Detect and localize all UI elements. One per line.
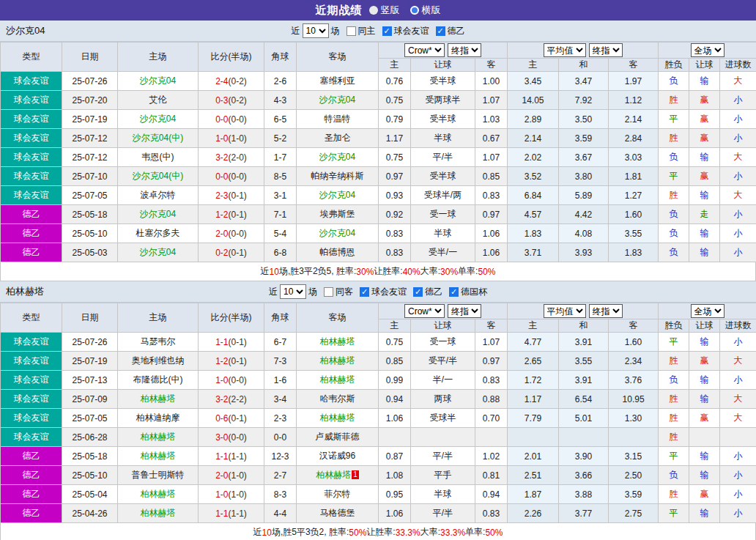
handicap-home-odds: 0.75 xyxy=(379,333,411,352)
odds-stage-select[interactable]: 终指 xyxy=(448,43,481,57)
score-cell: 2-0(0-0) xyxy=(199,224,264,243)
average-select[interactable]: 平均值 xyxy=(544,304,586,318)
summary-text: 单率: xyxy=(458,265,478,278)
section-header: 沙尔克04近10场同主✓球会友谊✓德乙 xyxy=(0,21,756,42)
unchecked-checkbox[interactable] xyxy=(324,287,333,297)
radio-vertical-layout[interactable]: 竖版 xyxy=(369,4,400,17)
odds-stage-select[interactable]: 终指 xyxy=(448,304,481,318)
match-count-select[interactable]: 10 xyxy=(280,284,306,299)
column-header-1: 日期 xyxy=(62,303,118,333)
handicap-away-odds xyxy=(475,428,508,447)
radio-horizontal-layout[interactable]: 横版 xyxy=(410,4,441,17)
fulltime-select[interactable]: 全场 xyxy=(691,43,724,57)
match-row: 球会友谊25-07-09柏林赫塔3-2(2-2)3-4哈韦尔斯0.94两球0.8… xyxy=(1,390,756,409)
score-cell: 0-0(0-0) xyxy=(199,167,264,186)
summary-text: 场,胜3平2负5, 胜率: xyxy=(279,265,356,278)
average-select[interactable]: 平均值 xyxy=(544,43,586,57)
goals-result-cell: 小 xyxy=(720,91,756,110)
sub-column-header: 客 xyxy=(475,319,508,333)
avg-away-odds: 1.83 xyxy=(609,243,659,262)
sub-column-header: 胜负 xyxy=(659,59,689,72)
home-team-cell: 柏林赫塔 xyxy=(118,447,199,466)
avg-home-odds: 1.83 xyxy=(508,224,559,243)
handicap-result-cell: 走 xyxy=(689,205,720,224)
handicap-home-odds: 0.95 xyxy=(379,485,411,504)
score-cell: 0-3(0-2) xyxy=(199,91,264,110)
avg-draw-odds: 3.67 xyxy=(559,148,609,167)
bookmaker-select[interactable]: Crow* xyxy=(404,43,445,57)
away-team-cell: 帕纳辛纳科斯 xyxy=(297,167,379,186)
avg-home-odds: 2.51 xyxy=(508,466,559,485)
column-header-3: 比分(半场) xyxy=(199,42,264,72)
checkbox-label: 德国杯 xyxy=(461,286,487,298)
date-cell: 25-05-10 xyxy=(62,224,118,243)
handicap-line xyxy=(411,428,475,447)
handicap-away-odds: 1.03 xyxy=(475,110,508,129)
score-cell: 3-2(2-0) xyxy=(199,148,264,167)
checked-checkbox[interactable]: ✓ xyxy=(413,287,423,297)
match-count-select[interactable]: 10 xyxy=(303,23,329,38)
away-team-cell: 柏林赫塔 xyxy=(297,371,379,390)
halftime-score: (0-1) xyxy=(229,210,247,220)
team-section: 柏林赫塔近10场同客✓球会友谊✓德乙✓德国杯类型日期主场比分(半场)角球客场Cr… xyxy=(0,281,756,540)
away-team-cell: 柏林赫塔 xyxy=(297,352,379,371)
handicap-line: 半球 xyxy=(411,129,475,148)
goals-result-cell: 大 xyxy=(720,72,756,91)
near-label: 近 xyxy=(269,286,278,298)
avg-draw-odds: 4.08 xyxy=(559,224,609,243)
corner-cell: 6-8 xyxy=(264,243,297,262)
sub-column-header: 主 xyxy=(508,59,559,72)
handicap-line: 受球半/两 xyxy=(411,186,475,205)
summary-stat-value: 10 xyxy=(270,267,279,277)
fulltime-score: 1-1 xyxy=(215,337,228,347)
avg-away-odds: 1.30 xyxy=(609,409,659,428)
type-cell: 球会友谊 xyxy=(1,72,62,91)
goals-result-cell: 小 xyxy=(720,333,756,352)
checked-checkbox[interactable]: ✓ xyxy=(360,287,369,297)
checked-checkbox[interactable]: ✓ xyxy=(382,26,392,36)
avg-home-odds: 4.57 xyxy=(508,205,559,224)
avg-away-odds: 1.60 xyxy=(609,333,659,352)
result-cell: 负 xyxy=(659,72,689,91)
checked-checkbox[interactable]: ✓ xyxy=(449,287,459,297)
radio-unselected-icon[interactable] xyxy=(410,6,419,15)
goals-result-cell: 小 xyxy=(720,466,756,485)
home-team-cell: 波卓尔特 xyxy=(118,186,199,205)
avg-away-odds: 2.34 xyxy=(609,352,659,371)
halftime-score: (2-0) xyxy=(229,152,247,163)
fulltime-select[interactable]: 全场 xyxy=(691,304,724,318)
corner-cell: 1-7 xyxy=(264,148,297,167)
type-cell: 球会友谊 xyxy=(1,91,62,110)
goals-result-cell: 小 xyxy=(720,224,756,243)
avg-home-odds: 2.89 xyxy=(508,110,559,129)
away-team-cell: 塞维利亚 xyxy=(297,72,379,91)
odds-stage-select[interactable]: 终指 xyxy=(589,304,623,318)
sub-column-header: 主 xyxy=(379,59,411,72)
score-cell: 3-0(0-0) xyxy=(199,428,264,447)
result-cell: 平 xyxy=(659,167,689,186)
odds-stage-select[interactable]: 终指 xyxy=(589,43,623,57)
checkbox-label: 德乙 xyxy=(425,286,442,298)
sub-column-header: 客 xyxy=(609,59,659,72)
column-header-0: 类型 xyxy=(1,42,62,72)
checked-checkbox[interactable]: ✓ xyxy=(436,26,445,36)
sub-column-header: 客 xyxy=(475,59,508,72)
halftime-score: (0-1) xyxy=(229,191,247,201)
date-cell: 25-07-26 xyxy=(62,72,118,91)
home-team-cell: 马瑟韦尔 xyxy=(118,333,199,352)
handicap-home-odds: 0.97 xyxy=(379,167,411,186)
fulltime-score: 3-2 xyxy=(215,152,228,163)
result-cell: 胜 xyxy=(659,91,689,110)
handicap-home-odds: 1.06 xyxy=(379,409,411,428)
home-team-cell: 沙尔克04 xyxy=(118,243,199,262)
summary-text: 大率: xyxy=(420,526,440,539)
avg-away-odds: 1.27 xyxy=(609,186,659,205)
unchecked-checkbox[interactable] xyxy=(346,26,356,36)
radio-selected-icon[interactable] xyxy=(369,6,378,15)
goals-result-cell: 小 xyxy=(720,205,756,224)
halftime-score: (0-0) xyxy=(229,229,247,239)
sub-column-header: 进球数 xyxy=(720,319,756,333)
radio-vertical-label: 竖版 xyxy=(381,4,400,17)
handicap-home-odds: 1.08 xyxy=(379,466,411,485)
bookmaker-select[interactable]: Crow* xyxy=(404,304,445,318)
